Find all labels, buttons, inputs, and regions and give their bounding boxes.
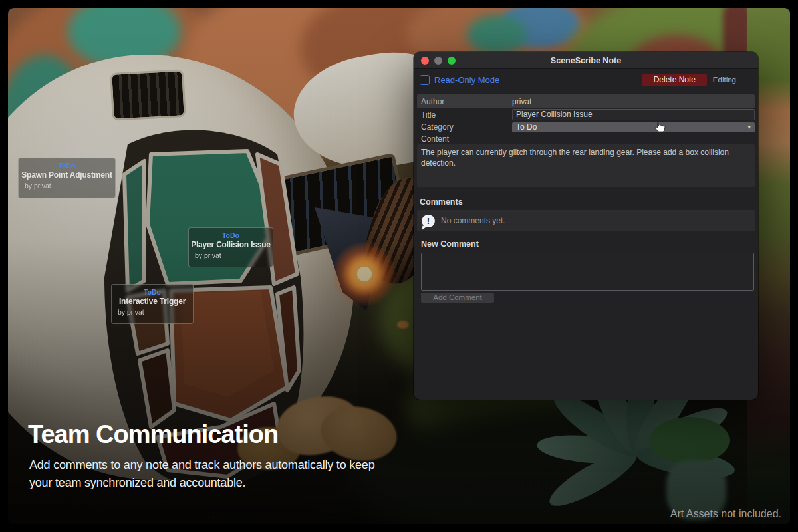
note-author: by privat	[19, 182, 115, 190]
note-category-badge: ToDo	[189, 231, 273, 239]
window-title: SceneScribe Note	[551, 56, 621, 65]
note-title: Spawn Point Adjustment	[19, 170, 115, 180]
readonly-checkbox[interactable]	[420, 75, 430, 85]
content-label: Content	[417, 134, 449, 144]
note-card[interactable]: ToDo Player Collision Issue by privat	[188, 227, 273, 267]
editing-status: Editing	[713, 76, 736, 84]
note-category-badge: ToDo	[112, 288, 193, 296]
author-value: privat	[512, 97, 531, 106]
content-textarea[interactable]: The player can currently glitch through …	[417, 144, 755, 187]
zoom-button[interactable]	[448, 57, 456, 65]
content-label-row: Content	[417, 133, 755, 144]
headline: Team Communication	[28, 420, 278, 449]
note-author: by privat	[189, 251, 273, 259]
watermark: Art Assets not included.	[670, 508, 781, 520]
note-title: Interactive Trigger	[112, 297, 193, 306]
no-comments-text: No comments yet.	[441, 216, 505, 225]
category-value: To Do	[516, 122, 537, 132]
category-label: Category	[417, 122, 512, 132]
subtext-line: your team synchronized and accountable.	[29, 474, 375, 492]
subtext-line: Add comments to any note and track autho…	[29, 456, 375, 474]
toolbar: Read-Only Mode Delete Note Editing	[414, 69, 758, 90]
subtext: Add comments to any note and track autho…	[29, 456, 375, 492]
titlebar[interactable]: SceneScribe Note	[414, 52, 758, 69]
title-input[interactable]: Player Collision Issue	[512, 109, 755, 120]
title-label: Title	[417, 110, 512, 120]
new-comment-textarea[interactable]	[421, 253, 754, 291]
add-comment-button[interactable]: Add Comment	[421, 293, 494, 303]
comments-empty-box: ! No comments yet.	[417, 210, 755, 231]
toolbar-right: Delete Note Editing	[642, 74, 758, 86]
minimize-button[interactable]	[434, 57, 442, 65]
chevron-down-icon: ▾	[747, 124, 751, 130]
comments-header: Comments	[420, 198, 755, 207]
note-form: Author privat Title Player Collision Iss…	[417, 94, 755, 303]
exclamation-bubble-icon: !	[422, 215, 435, 227]
note-title: Player Collision Issue	[189, 240, 273, 249]
note-category-badge: ToDo	[19, 162, 115, 170]
category-dropdown[interactable]: To Do ▾	[512, 122, 755, 132]
category-row: Category To Do ▾	[417, 121, 755, 133]
title-row: Title Player Collision Issue	[417, 108, 755, 121]
readonly-label[interactable]: Read-Only Mode	[434, 75, 499, 85]
new-comment-label: New Comment	[421, 239, 755, 249]
traffic-lights	[421, 57, 456, 65]
hand-cursor-icon	[652, 120, 666, 135]
app-window: SceneScribe Note Read-Only Mode Delete N…	[414, 52, 758, 400]
note-card[interactable]: ToDo Interactive Trigger by privat	[111, 284, 194, 324]
author-row: Author privat	[417, 94, 755, 108]
author-label: Author	[417, 97, 512, 106]
close-button[interactable]	[421, 57, 429, 65]
note-author: by privat	[112, 308, 193, 316]
note-card[interactable]: ToDo Spawn Point Adjustment by privat	[18, 158, 116, 198]
delete-note-button[interactable]: Delete Note	[642, 74, 707, 86]
